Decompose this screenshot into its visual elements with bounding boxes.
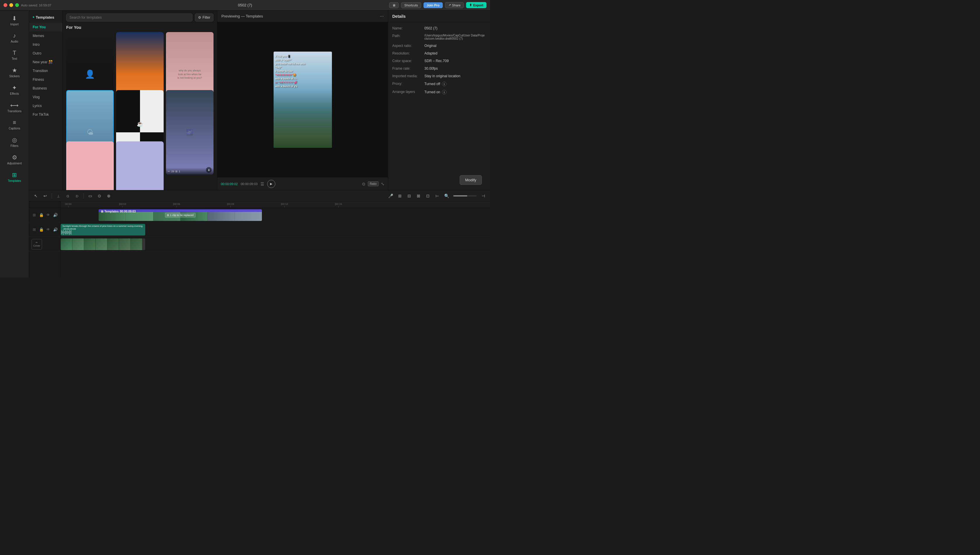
share-label: Share <box>452 3 461 7</box>
monitor-button[interactable]: 🖥 <box>389 2 399 8</box>
template-track[interactable]: ⊞ Templates 00:00:09:03 <box>99 209 262 221</box>
play-button[interactable]: ▶ <box>267 180 275 188</box>
zoom-out-tool[interactable]: 🔍 <box>443 192 450 200</box>
sidebar-item-intro[interactable]: Intro <box>29 40 63 49</box>
download-icon-6[interactable]: ⬇ <box>206 167 212 173</box>
sidebar-item-memes[interactable]: Memes <box>29 32 63 40</box>
sidebar-item-for-tiktok[interactable]: For TikTok <box>29 110 63 119</box>
timeline-settings-tool[interactable]: ⊣ <box>479 192 487 200</box>
toolbar-filters[interactable]: ◎ Filters <box>1 133 28 151</box>
templates-toolbar-icon: ⊞ <box>12 172 17 178</box>
filters-icon: ◎ <box>12 136 17 143</box>
search-input[interactable] <box>66 13 193 22</box>
align-tool[interactable]: ⊕ <box>105 192 112 200</box>
sidebar-item-fitness[interactable]: Fitness <box>29 75 63 84</box>
shortcuts-button[interactable]: Shortcuts <box>401 2 421 8</box>
tl-icon-1[interactable]: ⊞ <box>396 192 404 200</box>
close-button[interactable] <box>3 3 7 7</box>
maximize-button[interactable] <box>15 3 19 7</box>
transform-tool[interactable]: ⊙ <box>96 192 103 200</box>
fullscreen-fit-icon[interactable]: ⊙ <box>362 181 365 186</box>
template-card-8[interactable] <box>116 141 164 190</box>
cover-edit-btn[interactable]: ✏ Cover <box>32 239 42 250</box>
toolbar-separator-2 <box>84 193 84 199</box>
toolbar-import[interactable]: ⬇ Import <box>1 12 28 29</box>
sidebar-lyrics-label: Lyrics <box>33 104 42 108</box>
resolution-value: Adapted <box>424 51 486 55</box>
detail-arrange: Arrange layers Turned on ℹ <box>392 90 486 95</box>
minimize-button[interactable] <box>9 3 13 7</box>
filter-button[interactable]: ⚙ Filter <box>195 13 214 22</box>
track2-lock-icon[interactable]: 🔒 <box>39 227 44 233</box>
zoom-slider[interactable] <box>453 195 477 196</box>
split-left-tool[interactable]: ⟃ <box>64 192 71 200</box>
template-card-7[interactable] <box>66 141 114 190</box>
details-footer: Modify <box>388 170 490 190</box>
select-tool[interactable]: ↖ <box>32 192 40 200</box>
sidebar: • Templates For You Memes Intro Outro Ne… <box>29 11 63 190</box>
track2-add-icon[interactable]: ⊞ <box>32 227 37 233</box>
video-preview: if i hit you 📱 with a "wyd?" you better … <box>273 51 332 148</box>
toolbar-adjustment[interactable]: ⚙ Adjustment <box>1 151 28 168</box>
toolbar-text[interactable]: T Text <box>1 47 28 63</box>
track2-eye-icon[interactable]: 👁 <box>45 227 51 233</box>
audio-track-label: Sunlight breaks through the crowns of pi… <box>63 225 145 230</box>
thumb-1 <box>99 212 126 221</box>
captions-icon: ≡ <box>13 119 16 126</box>
sidebar-item-new-year[interactable]: New year 🎊 <box>29 58 63 66</box>
sidebar-item-business[interactable]: Business <box>29 84 63 93</box>
track1-audio-icon[interactable]: 🔊 <box>53 212 58 218</box>
join-pro-button[interactable]: Join Pro <box>424 2 443 8</box>
titlebar-actions: 🖥 Shortcuts Join Pro ↗ Share ⬆ Export <box>389 2 487 8</box>
tl-icon-5[interactable]: ⊢ <box>434 192 441 200</box>
wave-12 <box>71 230 71 235</box>
split-right-tool[interactable]: ⟄ <box>73 192 81 200</box>
list-view-icon[interactable]: ☰ <box>260 181 264 186</box>
path-value: /Users/topgus/Movies/CapCut/User Data/Pr… <box>424 34 486 40</box>
ruler-mark-4: |00:12 <box>281 202 288 207</box>
split-tool[interactable]: ⟂ <box>55 192 62 200</box>
track1-add-icon[interactable]: ⊞ <box>32 212 37 218</box>
template-card-6[interactable]: 🌌 ✂ 29 ⊞ 1 ⬇ <box>166 90 214 175</box>
modify-button[interactable]: Modify <box>459 175 482 185</box>
mic-tool[interactable]: 🎤 <box>387 192 394 200</box>
track2-audio-icon[interactable]: 🔊 <box>53 227 58 233</box>
track1-eye-icon[interactable]: 👁 <box>45 212 51 218</box>
toolbar-stickers[interactable]: ★ Stickers <box>1 64 28 81</box>
cover-thumb-7 <box>131 239 142 250</box>
cover-track[interactable] <box>61 239 145 250</box>
audio-track[interactable]: Sunlight breaks through the crowns of pi… <box>61 224 145 236</box>
proxy-info-icon[interactable]: ℹ <box>442 82 447 86</box>
timeline-body: ⊞ 🔒 👁 🔊 ⊞ 🔒 👁 🔊 ✏ <box>29 201 490 278</box>
undo-tool[interactable]: ↩ <box>42 192 49 200</box>
sidebar-memes-label: Memes <box>33 34 44 38</box>
app-body: ⬇ Import ♪ Audio T Text ★ Stickers ✦ Eff… <box>0 11 490 278</box>
ruler-spacer <box>29 201 60 208</box>
export-button[interactable]: ⬆ Export <box>466 2 487 8</box>
share-button[interactable]: ↗ Share <box>445 2 464 8</box>
toolbar-effects[interactable]: ✦ Effects <box>1 81 28 98</box>
fullscreen-icon[interactable]: ⤡ <box>381 181 384 186</box>
tl-icon-3[interactable]: ⊠ <box>415 192 423 200</box>
sidebar-item-lyrics[interactable]: Lyrics <box>29 101 63 110</box>
sidebar-item-for-you[interactable]: For You <box>29 23 63 32</box>
wave-3 <box>63 230 64 235</box>
sidebar-item-transition[interactable]: Transition <box>29 66 63 75</box>
template-icon: ⊞ <box>101 210 103 213</box>
tl-icon-4[interactable]: ⊡ <box>424 192 432 200</box>
wave-11 <box>70 231 71 234</box>
toolbar-audio[interactable]: ♪ Audio <box>1 29 28 46</box>
toolbar-captions[interactable]: ≡ Captions <box>1 116 28 133</box>
rectangle-tool[interactable]: ▭ <box>86 192 94 200</box>
card-stats-6: ✂ 29 ⊞ 1 <box>168 170 212 173</box>
toolbar-transitions[interactable]: ⟷ Transitions <box>1 99 28 116</box>
sidebar-item-vlog[interactable]: Vlog <box>29 93 63 101</box>
sidebar-header: • Templates <box>29 13 63 23</box>
tl-icon-2[interactable]: ⊟ <box>405 192 413 200</box>
arrange-info-icon[interactable]: ℹ <box>442 90 447 95</box>
preview-menu-icon[interactable]: ⋯ <box>380 14 384 19</box>
track1-lock-icon[interactable]: 🔒 <box>39 212 44 218</box>
toolbar-templates[interactable]: ⊞ Templates <box>1 168 28 185</box>
sidebar-item-outro[interactable]: Outro <box>29 49 63 58</box>
thumb-6 <box>235 212 262 221</box>
